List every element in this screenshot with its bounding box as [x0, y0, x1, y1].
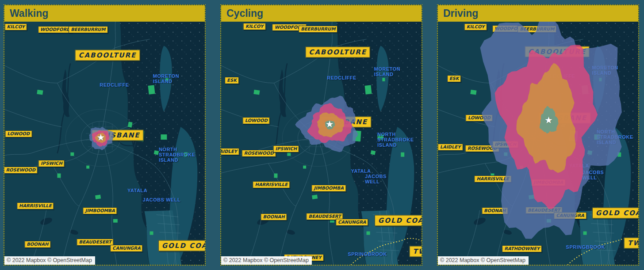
map-labels-layer: KILCOYWOODFORDBEERBURRUMCABOOLTUREREDCLI…	[4, 22, 205, 265]
city-label-caboolture: CABOOLTURE	[75, 50, 140, 61]
town-label-esk: ESK	[225, 77, 239, 84]
town-label-canungra: CANUNGRA	[336, 219, 368, 226]
panel-title-text: Walking	[10, 8, 48, 19]
water-label-jacobs-well: JACOBS WELL	[143, 197, 181, 202]
town-label-harrisville: HARRISVILLE	[253, 181, 290, 188]
map-attribution[interactable]: © 2022 Mapbox © OpenStreetMap	[4, 256, 95, 265]
town-label-boonah: BOONAH	[24, 241, 50, 248]
water-label-north-stradbroke-island: NORTH STRADBROKE ISLAND	[377, 132, 414, 148]
town-label-beaudesert: BEAUDESERT	[77, 239, 114, 246]
town-label-kilcoy: KILCOY	[5, 23, 27, 30]
town-label-jimboomba: JIMBOOMBA	[531, 179, 565, 186]
map-panels-row: Walking	[0, 0, 644, 266]
map-canvas[interactable]: KILCOYWOODFORDBEERBURRUMCABOOLTUREESKRED…	[221, 22, 422, 265]
water-label-moreton-island: MORETON ISLAND	[153, 73, 180, 84]
map-panel-cycling: Cycling	[220, 4, 422, 266]
town-label-rosewood: ROSEWOOD	[4, 167, 38, 174]
town-label-harrisville: HARRISVILLE	[17, 202, 54, 209]
water-label-moreton-island: MORETON ISLAND	[592, 65, 618, 76]
city-label-caboolture: CABOOLTURE	[305, 46, 370, 57]
town-label-beerburrum: BEERBURRUM	[69, 26, 107, 33]
map-labels-layer: KILCOYWOODFORDBEERBURRUMCABOOLTUREESKRED…	[221, 22, 422, 265]
town-label-lowood: LOWOOD	[466, 114, 493, 122]
town-label-woodford: WOODFORD	[38, 26, 73, 33]
town-label-rathdowney: RATHDOWNEY	[502, 245, 542, 252]
town-label-ipswich: IPSWICH	[273, 145, 299, 152]
water-label-yatala: YATALA	[569, 163, 589, 168]
town-label-laidley: LAIDLEY	[221, 148, 239, 155]
water-label-springbrook: SPRINGBROOK	[348, 251, 387, 257]
map-labels-layer: KILCOYWOODFORDBEERBURRUMCABOOLTUREESKRED…	[438, 22, 638, 265]
panel-title: Cycling	[221, 5, 422, 22]
city-label-gold-coast: GOLD COAST	[158, 240, 205, 251]
city-label-gold-coast: GOLD COAST	[375, 215, 422, 226]
map-panel-walking: Walking	[4, 4, 206, 266]
city-label-gold-coast: GOLD COAST	[592, 207, 638, 218]
town-label-canungra: CANUNGRA	[554, 212, 586, 219]
city-label-tw: TW	[624, 237, 638, 248]
town-label-jimboomba: JIMBOOMBA	[312, 185, 346, 192]
water-label-springbrook: SPRINGBROOK	[566, 244, 606, 250]
town-label-boonah: BOONAH	[261, 213, 287, 221]
town-label-kilcoy: KILCOY	[243, 23, 266, 30]
city-label-brisbane: BRISBANE	[539, 113, 590, 124]
panel-title-text: Driving	[443, 8, 478, 19]
map-canvas[interactable]: KILCOYWOODFORDBEERBURRUMCABOOLTUREESKRED…	[438, 22, 638, 265]
water-label-yatala: YATALA	[127, 188, 147, 193]
town-label-esk: ESK	[447, 75, 461, 82]
town-label-beerburrum: BEERBURRUM	[299, 26, 337, 33]
water-label-yatala: YATALA	[351, 168, 371, 174]
town-label-rosewood: ROSEWOOD	[242, 150, 276, 157]
town-label-ipswich: IPSWICH	[38, 160, 65, 167]
water-label-north-stradbroke-island: NORTH STRADBROKE ISLAND	[159, 147, 196, 163]
water-label-redcliffe: REDCLIFFE	[100, 82, 129, 87]
town-label-harrisville: HARRISVILLE	[474, 175, 511, 183]
water-label-redcliffe: REDCLIFFE	[546, 73, 575, 79]
town-label-boonah: BOONAH	[482, 207, 508, 214]
map-canvas[interactable]: KILCOYWOODFORDBEERBURRUMCABOOLTUREREDCLI…	[4, 22, 205, 265]
water-label-jacobs-well: JACOBS WELL	[583, 170, 620, 180]
city-label-caboolture: CABOOLTURE	[525, 46, 590, 57]
town-label-lowood: LOWOOD	[243, 117, 270, 124]
town-label-kilcoy: KILCOY	[464, 23, 487, 30]
town-label-jimboomba: JIMBOOMBA	[83, 207, 117, 214]
town-label-lowood: LOWOOD	[5, 130, 32, 137]
panel-title: Driving	[438, 5, 638, 22]
town-label-canungra: CANUNGRA	[110, 245, 143, 252]
town-label-laidley: LAIDLEY	[438, 144, 463, 151]
water-label-north-stradbroke-island: NORTH STRADBROKE ISLAND	[597, 129, 633, 145]
map-attribution[interactable]: © 2022 Mapbox © OpenStreetMap	[438, 256, 529, 265]
water-label-moreton-island: MORETON ISLAND	[374, 66, 401, 77]
water-label-redcliffe: REDCLIFFE	[327, 75, 356, 80]
city-label-brisbane: BRISBANE	[92, 130, 143, 141]
panel-title-text: Cycling	[226, 8, 263, 19]
town-label-beerburrum: BEERBURRUM	[518, 26, 556, 33]
water-label-jacobs-well: JACOBS WELL	[365, 174, 402, 184]
panel-title: Walking	[4, 5, 205, 22]
city-label-brisbane: BRISBANE	[319, 116, 371, 127]
map-attribution[interactable]: © 2022 Mapbox © OpenStreetMap	[221, 256, 312, 265]
city-label-tw: TW	[410, 246, 422, 257]
map-panel-driving: Driving	[437, 4, 639, 266]
town-label-ipswich: IPSWICH	[492, 141, 518, 148]
